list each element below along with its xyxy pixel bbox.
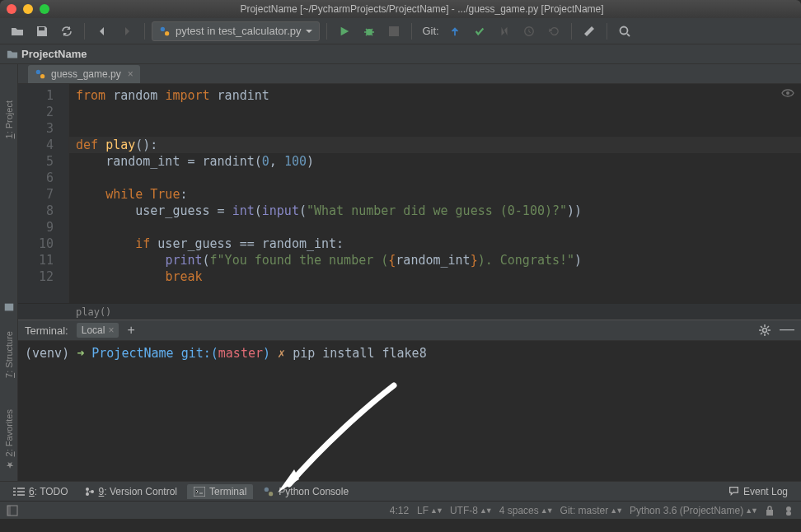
bubble-icon — [728, 486, 739, 497]
editor-tabs: guess_game.py × — [18, 64, 801, 84]
terminal-header: Terminal: Local × + — — [18, 320, 801, 341]
editor-breadcrumb[interactable]: play() — [18, 303, 801, 320]
editor-tab-label: guess_game.py — [51, 68, 121, 80]
close-terminal-tab[interactable]: × — [108, 324, 114, 336]
window-title: ProjectName [~/PycharmProjects/ProjectNa… — [49, 3, 794, 15]
gutter-line-numbers[interactable]: 1 2 3 4 5 6 7 8 9 10 11 12 — [18, 84, 69, 303]
stop-button[interactable] — [383, 21, 405, 42]
vcs-history-button[interactable] — [518, 21, 540, 42]
save-button[interactable] — [31, 21, 53, 42]
title-bar: ProjectName [~/PycharmProjects/ProjectNa… — [0, 0, 801, 18]
status-line-separator[interactable]: LF ▲▼ — [417, 505, 442, 516]
bottom-tab-event-log[interactable]: Event Log — [722, 484, 794, 499]
svg-point-8 — [40, 74, 44, 78]
navigation-breadcrumb[interactable]: ProjectName — [0, 44, 801, 64]
run-config-label: pytest in test_calculator.py — [176, 25, 301, 37]
vcs-commit-button[interactable] — [469, 21, 490, 42]
sidebar-tab-favorites[interactable]: ★ 2: Favorites — [3, 406, 14, 474]
terminal-title: Terminal: — [25, 324, 68, 337]
svg-point-11 — [86, 488, 89, 491]
svg-point-0 — [161, 26, 165, 30]
breadcrumb-project: ProjectName — [21, 48, 87, 60]
terminal-icon — [194, 487, 205, 497]
svg-point-13 — [91, 490, 94, 493]
branch-icon — [85, 487, 95, 497]
search-button[interactable] — [614, 21, 635, 42]
left-tool-window-bar: 1: Project — [0, 64, 18, 320]
new-terminal-button[interactable]: + — [127, 323, 134, 338]
vcs-diff-button[interactable] — [494, 21, 515, 42]
code-content[interactable]: from random import randint def play(): r… — [69, 84, 801, 303]
svg-point-1 — [165, 31, 169, 35]
back-button[interactable] — [91, 21, 113, 42]
git-label: Git: — [422, 25, 438, 37]
svg-rect-3 — [389, 26, 399, 36]
svg-rect-18 — [7, 506, 11, 516]
terminal-settings-icon[interactable] — [758, 324, 771, 337]
run-button[interactable] — [334, 21, 355, 42]
svg-point-12 — [86, 492, 89, 496]
window-close-button[interactable] — [7, 4, 16, 14]
svg-point-5 — [620, 26, 627, 34]
terminal-output[interactable]: (venv) ➜ ProjectName git:(master) ✗ pip … — [18, 341, 801, 481]
status-ide-features-icon[interactable] — [783, 505, 794, 516]
bottom-tab-terminal[interactable]: Terminal — [187, 484, 253, 499]
sidebar-tab-project[interactable]: 1: Project — [4, 97, 14, 142]
open-button[interactable] — [7, 21, 28, 42]
svg-rect-6 — [4, 304, 13, 311]
svg-point-7 — [36, 70, 40, 74]
inspections-eye-icon[interactable] — [781, 89, 794, 97]
status-python-interpreter[interactable]: Python 3.6 (ProjectName) ▲▼ — [630, 505, 756, 516]
svg-rect-14 — [194, 487, 205, 497]
status-lock-icon[interactable] — [765, 505, 775, 516]
list-icon — [13, 487, 25, 497]
status-quick-access-icon[interactable] — [7, 505, 18, 516]
status-encoding[interactable]: UTF-8 ▲▼ — [450, 505, 491, 516]
bottom-tab-vcs[interactable]: 9: Version Control — [78, 484, 184, 499]
status-indent[interactable]: 4 spaces ▲▼ — [499, 505, 552, 516]
hide-terminal-button[interactable]: — — [780, 324, 794, 337]
editor-tab-guess-game[interactable]: guess_game.py × — [28, 65, 140, 83]
svg-point-20 — [786, 506, 791, 511]
status-bar: 4:12 LF ▲▼ UTF-8 ▲▼ 4 spaces ▲▼ Git: mas… — [0, 501, 801, 519]
bottom-tool-window-bar: 6: TODO 9: Version Control Terminal Pyth… — [0, 481, 801, 501]
bottom-tab-python-console[interactable]: Python Console — [256, 484, 355, 499]
window-zoom-button[interactable] — [40, 4, 49, 14]
status-cursor-position[interactable]: 4:12 — [390, 505, 409, 516]
forward-button[interactable] — [116, 21, 138, 42]
run-config-selector[interactable]: pytest in test_calculator.py — [152, 21, 320, 41]
terminal-tab-local[interactable]: Local × — [77, 323, 119, 338]
svg-point-9 — [786, 91, 789, 95]
code-editor[interactable]: 1 2 3 4 5 6 7 8 9 10 11 12 from random i… — [18, 84, 801, 303]
bottom-tab-todo[interactable]: 6: TODO — [7, 484, 75, 499]
close-tab-button[interactable]: × — [126, 68, 135, 80]
svg-point-10 — [763, 329, 767, 333]
svg-point-15 — [265, 487, 269, 491]
settings-button[interactable] — [578, 21, 600, 42]
svg-rect-21 — [786, 511, 791, 516]
status-git-branch[interactable]: Git: master ▲▼ — [560, 505, 622, 516]
vcs-update-button[interactable] — [444, 21, 466, 42]
sidebar-icon[interactable] — [3, 301, 15, 313]
sidebar-tab-structure[interactable]: 7: Structure — [4, 328, 14, 381]
vcs-revert-button[interactable] — [543, 21, 564, 42]
svg-point-16 — [269, 492, 273, 496]
main-toolbar: pytest in test_calculator.py Git: — [0, 18, 801, 44]
refresh-button[interactable] — [56, 21, 77, 42]
folder-icon — [7, 49, 18, 60]
svg-rect-19 — [766, 510, 773, 516]
window-minimize-button[interactable] — [23, 4, 33, 14]
debug-button[interactable] — [358, 21, 380, 42]
python-icon — [263, 486, 274, 497]
left-tool-window-bar-lower: 7: Structure ★ 2: Favorites — [0, 320, 18, 481]
python-file-icon — [35, 68, 46, 80]
